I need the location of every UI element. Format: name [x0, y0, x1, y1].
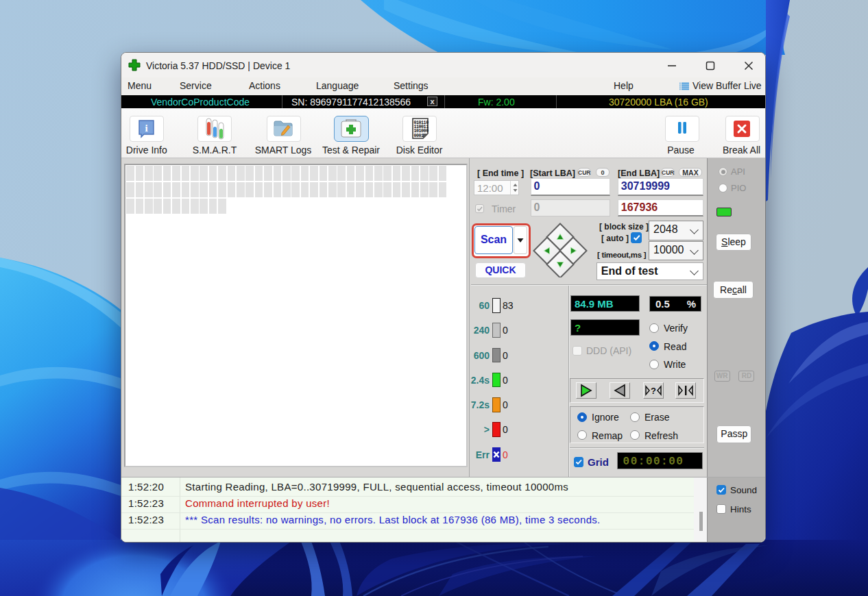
- svg-text:0001: 0001: [413, 134, 424, 138]
- svg-text:i: i: [145, 123, 147, 134]
- svg-text:?: ?: [651, 386, 656, 396]
